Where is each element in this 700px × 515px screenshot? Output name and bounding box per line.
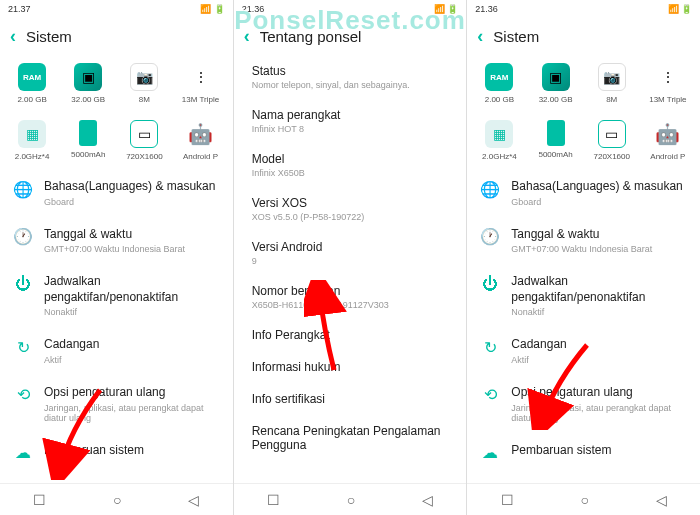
about-subtitle: Nomor telepon, sinyal, dan sebagainya. bbox=[252, 80, 449, 90]
page-title: Sistem bbox=[493, 28, 539, 45]
nav-recent-icon[interactable]: ☐ bbox=[501, 492, 514, 508]
ram-icon: RAM bbox=[18, 63, 46, 91]
about-item[interactable]: Nama perangkatInfinix HOT 8 bbox=[234, 99, 467, 143]
about-item[interactable]: StatusNomor telepon, sinyal, dan sebagai… bbox=[234, 55, 467, 99]
about-item[interactable]: Nomor bentukanX650B-H6110JKO-P-191127V30… bbox=[234, 275, 467, 319]
setting-item[interactable]: ⏻Jadwalkan pengaktifan/penonaktifanNonak… bbox=[467, 264, 700, 327]
phone-screen-1: 21.37 📶 🔋 ‹ Sistem RAM2.00 GB▣32.00 GB📷8… bbox=[0, 0, 234, 515]
setting-item[interactable]: ↻CadanganAktif bbox=[0, 327, 233, 375]
setting-item[interactable]: 🌐Bahasa(Languages) & masukanGboard bbox=[0, 169, 233, 217]
spec-item-android: 🤖Android P bbox=[176, 120, 226, 161]
header: ‹ Sistem bbox=[467, 18, 700, 55]
nav-back-icon[interactable]: ◁ bbox=[188, 492, 199, 508]
setting-item[interactable]: ⟲Opsi pengaturan ulangJaringan, aplikasi… bbox=[0, 375, 233, 433]
nav-back-icon[interactable]: ◁ bbox=[422, 492, 433, 508]
setting-item[interactable]: 🌐Bahasa(Languages) & masukanGboard bbox=[467, 169, 700, 217]
cloud-icon: ☁ bbox=[14, 444, 32, 462]
spec-label: 32.00 GB bbox=[539, 95, 573, 104]
spec-item-camera: 📷8M bbox=[587, 63, 637, 104]
header: ‹ Sistem bbox=[0, 18, 233, 55]
power-icon: ⏻ bbox=[481, 275, 499, 293]
setting-item[interactable]: ⎘Buat cadangan dan kembalikan bbox=[0, 472, 233, 483]
cpu-icon: ▦ bbox=[485, 120, 513, 148]
settings-list[interactable]: 🌐Bahasa(Languages) & masukanGboard🕐Tangg… bbox=[0, 169, 233, 483]
about-item[interactable]: Info Perangkat bbox=[234, 319, 467, 351]
spec-row-2: ▦2.0GHz*45000mAh▭720X1600🤖Android P bbox=[0, 112, 233, 169]
back-icon[interactable]: ‹ bbox=[10, 26, 16, 47]
nav-home-icon[interactable]: ○ bbox=[347, 492, 355, 508]
about-list[interactable]: StatusNomor telepon, sinyal, dan sebagai… bbox=[234, 55, 467, 483]
setting-item[interactable]: ⎘Buat cadangan dan kembalikan bbox=[467, 472, 700, 483]
setting-title: Jadwalkan pengaktifan/penonaktifan bbox=[44, 274, 219, 305]
spec-item-cpu: ▦2.0GHz*4 bbox=[474, 120, 524, 161]
spec-label: 5000mAh bbox=[71, 150, 105, 159]
nav-home-icon[interactable]: ○ bbox=[113, 492, 121, 508]
about-subtitle: Infinix HOT 8 bbox=[252, 124, 449, 134]
triple-icon: ⋮ bbox=[187, 63, 215, 91]
phone-screen-3: 21.36 📶 🔋 ‹ Sistem RAM2.00 GB▣32.00 GB📷8… bbox=[467, 0, 700, 515]
statusbar: 21.36 📶 🔋 bbox=[467, 0, 700, 18]
about-item[interactable]: Informasi hukum bbox=[234, 351, 467, 383]
battery-icon bbox=[547, 120, 565, 146]
nav-recent-icon[interactable]: ☐ bbox=[33, 492, 46, 508]
spec-label: 32.00 GB bbox=[71, 95, 105, 104]
power-icon: ⏻ bbox=[14, 275, 32, 293]
setting-item[interactable]: 🕐Tanggal & waktuGMT+07:00 Waktu Indonesi… bbox=[467, 217, 700, 265]
phone-screen-2: 21.36 📶 🔋 ‹ Tentang ponsel StatusNomor t… bbox=[234, 0, 468, 515]
about-item[interactable]: Versi Android9 bbox=[234, 231, 467, 275]
battery-icon bbox=[79, 120, 97, 146]
nav-back-icon[interactable]: ◁ bbox=[656, 492, 667, 508]
about-subtitle: Infinix X650B bbox=[252, 168, 449, 178]
android-icon: 🤖 bbox=[187, 120, 215, 148]
refresh-icon: ↻ bbox=[481, 338, 499, 356]
spec-item-triple: ⋮13M Triple bbox=[176, 63, 226, 104]
setting-title: Pembaruan sistem bbox=[511, 443, 686, 459]
about-item[interactable]: Rencana Peningkatan Pengalaman Pengguna bbox=[234, 415, 467, 461]
spec-label: 13M Triple bbox=[182, 95, 219, 104]
globe-icon: 🌐 bbox=[14, 180, 32, 198]
ram-icon: RAM bbox=[485, 63, 513, 91]
spec-label: 8M bbox=[139, 95, 150, 104]
setting-item[interactable]: ⏻Jadwalkan pengaktifan/penonaktifanNonak… bbox=[0, 264, 233, 327]
globe-icon: 🌐 bbox=[481, 180, 499, 198]
navbar: ☐ ○ ◁ bbox=[467, 483, 700, 515]
setting-subtitle: Jaringan, aplikasi, atau perangkat dapat… bbox=[511, 403, 686, 423]
spec-label: 2.00 GB bbox=[17, 95, 46, 104]
setting-item[interactable]: ⟲Opsi pengaturan ulangJaringan, aplikasi… bbox=[467, 375, 700, 433]
about-title: Rencana Peningkatan Pengalaman Pengguna bbox=[252, 424, 449, 452]
setting-item[interactable]: ☁Pembaruan sistem bbox=[467, 433, 700, 472]
nav-home-icon[interactable]: ○ bbox=[580, 492, 588, 508]
back-icon[interactable]: ‹ bbox=[477, 26, 483, 47]
about-item[interactable]: Versi XOSXOS v5.5.0 (P-P58-190722) bbox=[234, 187, 467, 231]
setting-item[interactable]: ☁Pembaruan sistem bbox=[0, 433, 233, 472]
res-icon: ▭ bbox=[130, 120, 158, 148]
about-item[interactable]: ModelInfinix X650B bbox=[234, 143, 467, 187]
clock-icon: 🕐 bbox=[481, 228, 499, 246]
spec-label: Android P bbox=[183, 152, 218, 161]
watermark-text: PonselReset.com bbox=[234, 5, 466, 36]
spec-label: Android P bbox=[650, 152, 685, 161]
camera-icon: 📷 bbox=[598, 63, 626, 91]
setting-title: Bahasa(Languages) & masukan bbox=[511, 179, 686, 195]
navbar: ☐ ○ ◁ bbox=[234, 483, 467, 515]
about-title: Nomor bentukan bbox=[252, 284, 449, 298]
spec-label: 2.00 GB bbox=[485, 95, 514, 104]
about-subtitle: 9 bbox=[252, 256, 449, 266]
storage-icon: ▣ bbox=[74, 63, 102, 91]
about-title: Model bbox=[252, 152, 449, 166]
nav-recent-icon[interactable]: ☐ bbox=[267, 492, 280, 508]
setting-subtitle: Aktif bbox=[511, 355, 686, 365]
statusbar-time: 21.37 bbox=[8, 4, 31, 14]
spec-label: 2.0GHz*4 bbox=[15, 152, 50, 161]
setting-title: Opsi pengaturan ulang bbox=[44, 385, 219, 401]
setting-title: Bahasa(Languages) & masukan bbox=[44, 179, 219, 195]
statusbar-icons: 📶 🔋 bbox=[668, 4, 693, 14]
setting-item[interactable]: ↻CadanganAktif bbox=[467, 327, 700, 375]
about-item[interactable]: Info sertifikasi bbox=[234, 383, 467, 415]
triple-icon: ⋮ bbox=[654, 63, 682, 91]
settings-list[interactable]: 🌐Bahasa(Languages) & masukanGboard🕐Tangg… bbox=[467, 169, 700, 483]
android-icon: 🤖 bbox=[654, 120, 682, 148]
about-title: Versi Android bbox=[252, 240, 449, 254]
setting-subtitle: GMT+07:00 Waktu Indonesia Barat bbox=[44, 244, 219, 254]
setting-item[interactable]: 🕐Tanggal & waktuGMT+07:00 Waktu Indonesi… bbox=[0, 217, 233, 265]
